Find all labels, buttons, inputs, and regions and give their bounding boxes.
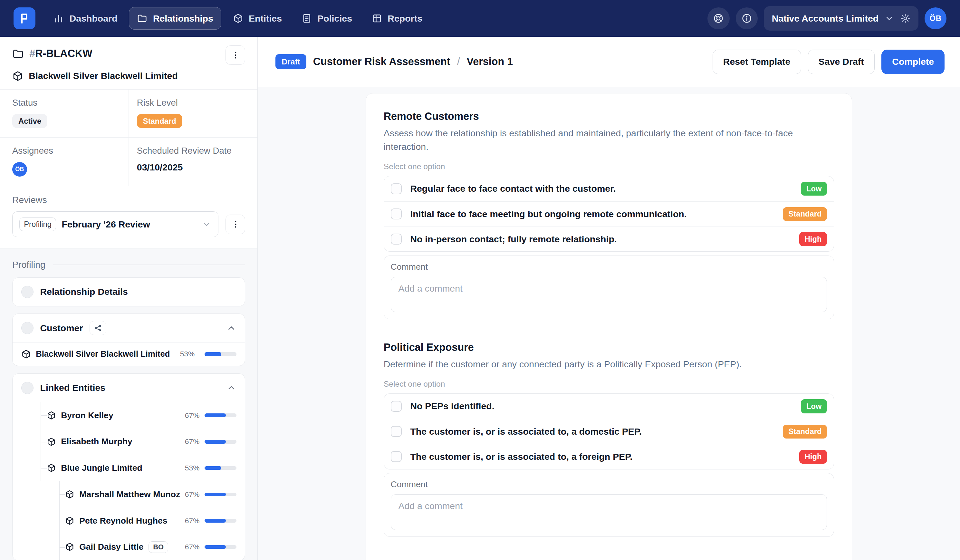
cube-icon <box>47 411 56 420</box>
option-label: No in-person contact; fully remote relat… <box>410 234 799 245</box>
linked-entity-name: Marshall Matthew Munoz <box>79 490 180 499</box>
option-row[interactable]: The customer is, or is associated to, a … <box>384 419 834 444</box>
option-checkbox[interactable] <box>391 208 402 219</box>
linked-entities-list: Byron Kelley 67% Elisabeth Murphy <box>13 402 245 560</box>
nav-item-relationships[interactable]: Relationships <box>129 7 222 29</box>
app-logo[interactable] <box>14 7 35 29</box>
comment-input[interactable] <box>391 494 827 530</box>
review-date-value: 03/10/2025 <box>137 162 250 173</box>
chevron-up-icon[interactable] <box>226 323 236 333</box>
save-draft-button[interactable]: Save Draft <box>808 50 875 74</box>
option-checkbox[interactable] <box>391 234 402 245</box>
comment-label: Comment <box>391 262 827 272</box>
option-checkbox[interactable] <box>391 451 402 462</box>
reviews-section: Reviews Profiling February '26 Review <box>0 186 258 248</box>
risk-badge: Low <box>801 399 827 413</box>
logo-p-icon <box>18 12 30 24</box>
relationship-id: #R-BLACKW <box>12 45 93 60</box>
nav-item-reports[interactable]: Reports <box>363 7 430 29</box>
hierarchy-icon[interactable] <box>90 321 106 335</box>
customer-card-header[interactable]: Customer <box>13 314 245 342</box>
cube-icon <box>21 349 31 359</box>
risk-badge: High <box>799 232 827 246</box>
option-checkbox[interactable] <box>391 401 402 412</box>
linked-entities-header[interactable]: Linked Entities <box>13 374 245 402</box>
relationship-sidebar: #R-BLACKW Blackwell Silver Blackwell Lim… <box>0 37 258 560</box>
progress-circle-icon <box>21 286 34 298</box>
relationship-details-header[interactable]: Relationship Details <box>13 278 245 306</box>
question-description: Assess how the relationship is establish… <box>384 126 834 154</box>
info-button[interactable] <box>736 7 758 29</box>
comment-input[interactable] <box>391 277 827 312</box>
cube-icon <box>12 70 23 82</box>
linked-entity-name: Byron Kelley <box>61 411 114 421</box>
nav-item-policies[interactable]: Policies <box>293 7 360 29</box>
option-row[interactable]: The customer is, or is associated to, a … <box>384 444 834 469</box>
relationship-id-prefix: # <box>29 48 35 59</box>
linked-entity-row[interactable]: Blue Jungle Limited 53% <box>13 455 245 482</box>
customer-entity-row[interactable]: Blackwell Silver Blackwell Limited 53% <box>13 342 245 366</box>
user-avatar[interactable]: ÖB <box>925 7 946 29</box>
draft-status-badge: Draft <box>275 54 306 69</box>
options-list: Regular face to face contact with the cu… <box>384 176 834 252</box>
cube-icon <box>65 490 74 499</box>
select-hint: Select one option <box>384 162 834 171</box>
nav-item-label: Reports <box>387 13 422 24</box>
card-title: Linked Entities <box>40 382 106 393</box>
linked-entity-row[interactable]: Byron Kelley 67% <box>13 402 245 429</box>
navbar-right: Native Accounts Limited ÖB <box>707 6 946 30</box>
comment-label: Comment <box>391 480 827 490</box>
option-label: Initial face to face meeting but ongoing… <box>410 209 783 219</box>
progress-bar <box>205 545 237 549</box>
nav-item-label: Entities <box>249 13 282 24</box>
linked-entities-card: Linked Entities Byron Kelley <box>12 373 245 560</box>
relationship-menu-button[interactable] <box>226 45 245 65</box>
linked-entity-row[interactable]: Marshall Matthew Munoz 67% <box>13 481 245 507</box>
linked-entity-name: Blue Jungle Limited <box>61 463 142 473</box>
relationship-id-value: R-BLACKW <box>35 48 93 59</box>
nav-item-dashboard[interactable]: Dashboard <box>45 7 126 29</box>
nav-item-label: Policies <box>317 13 352 24</box>
nav-item-entities[interactable]: Entities <box>224 7 290 29</box>
risk-badge: Standard <box>783 425 827 438</box>
review-select[interactable]: Profiling February '26 Review <box>12 211 218 237</box>
reset-template-button[interactable]: Reset Template <box>713 50 801 74</box>
assignee-avatar[interactable]: ÖB <box>12 162 27 177</box>
linked-entity-row[interactable]: Gail Daisy Little BO 67% <box>13 534 245 560</box>
app-body: #R-BLACKW Blackwell Silver Blackwell Lim… <box>0 37 960 560</box>
life-buoy-icon <box>713 13 724 24</box>
document-icon <box>302 13 312 24</box>
question-title: Remote Customers <box>384 110 834 122</box>
account-switcher[interactable]: Native Accounts Limited <box>764 6 918 30</box>
option-checkbox[interactable] <box>391 426 402 437</box>
question-description: Determine if the customer or any connect… <box>384 358 834 371</box>
option-checkbox[interactable] <box>391 183 402 194</box>
option-row[interactable]: No in-person contact; fully remote relat… <box>384 227 834 252</box>
linked-entity-row[interactable]: Elisabeth Murphy 67% <box>13 429 245 455</box>
option-row[interactable]: Regular face to face contact with the cu… <box>384 176 834 202</box>
chevron-up-icon[interactable] <box>226 383 236 392</box>
folder-icon <box>137 13 147 24</box>
gear-icon[interactable] <box>900 13 910 24</box>
linked-entity-name: Gail Daisy Little <box>79 542 144 552</box>
option-row[interactable]: No PEPs identified. Low <box>384 394 834 419</box>
linked-entity-row[interactable]: Pete Reynold Hughes 67% <box>13 507 245 534</box>
risk-badge: Standard <box>783 207 827 221</box>
complete-button[interactable]: Complete <box>882 50 944 74</box>
option-label: The customer is, or is associated to, a … <box>410 426 783 437</box>
question-high-net-worth: High Net Worth Individuals Determine if … <box>384 559 834 560</box>
assessment-header: Draft Customer Risk Assessment / Version… <box>258 37 960 87</box>
chevron-down-icon <box>202 220 211 229</box>
comment-box: Comment <box>384 473 834 537</box>
review-menu-button[interactable] <box>226 214 245 234</box>
kebab-icon <box>230 219 240 229</box>
relationship-details-card: Relationship Details <box>12 277 245 306</box>
help-button[interactable] <box>707 7 730 29</box>
comment-box: Comment <box>384 256 834 319</box>
option-row[interactable]: Initial face to face meeting but ongoing… <box>384 202 834 227</box>
progress-bar <box>205 413 237 417</box>
linked-entity-name: Elisabeth Murphy <box>61 437 133 446</box>
account-name: Native Accounts Limited <box>772 13 879 24</box>
completion-percent: 53% <box>185 464 200 472</box>
cube-icon <box>47 437 56 446</box>
